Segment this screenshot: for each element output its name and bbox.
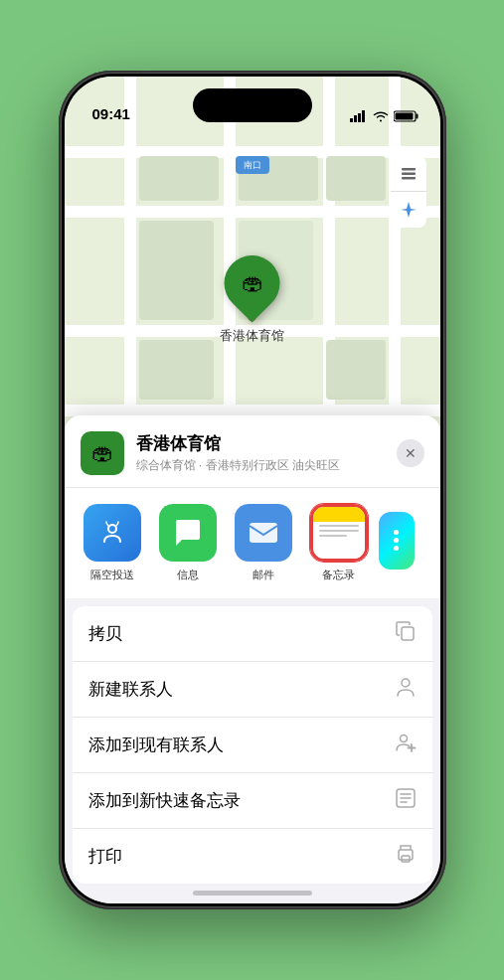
action-new-contact-label: 新建联系人 [88, 678, 173, 701]
mail-label: 邮件 [252, 568, 274, 582]
svg-rect-1 [354, 115, 357, 122]
action-item-add-contact[interactable]: 添加到现有联系人 [73, 718, 432, 773]
messages-icon[interactable] [159, 504, 217, 562]
phone-screen: 09:41 [65, 77, 440, 903]
stadium-pin: 🏟 香港体育馆 [220, 255, 284, 345]
map-block [139, 221, 214, 320]
person-icon [395, 676, 417, 703]
share-item-mail[interactable]: 邮件 [228, 504, 299, 582]
mail-icon[interactable] [235, 504, 292, 562]
svg-rect-5 [416, 114, 418, 119]
action-add-contact-label: 添加到现有联系人 [88, 734, 224, 756]
pin-label: 香港体育馆 [220, 327, 284, 345]
map-label: 南口 [236, 156, 269, 174]
signal-icon [350, 110, 368, 122]
map-controls[interactable] [391, 156, 426, 228]
action-item-copy[interactable]: 拷贝 [73, 606, 432, 662]
stadium-icon: 🏟 [242, 270, 263, 296]
share-item-airdrop[interactable]: 隔空投送 [77, 504, 148, 582]
map-block [326, 340, 386, 400]
venue-subtitle: 综合体育馆 · 香港特别行政区 油尖旺区 [136, 457, 397, 474]
venue-header: 🏟 香港体育馆 综合体育馆 · 香港特别行政区 油尖旺区 ✕ [65, 415, 440, 488]
action-item-new-contact[interactable]: 新建联系人 [73, 662, 432, 718]
svg-rect-12 [402, 627, 414, 640]
bottom-sheet: 🏟 香港体育馆 综合体育馆 · 香港特别行政区 油尖旺区 ✕ [65, 415, 440, 903]
location-button[interactable] [391, 192, 426, 228]
action-item-quick-note[interactable]: 添加到新快速备忘录 [73, 773, 432, 829]
svg-point-13 [402, 679, 410, 687]
action-item-print[interactable]: 打印 [73, 829, 432, 884]
note-icon [395, 787, 417, 814]
notes-icon[interactable] [310, 504, 368, 562]
venue-info: 香港体育馆 综合体育馆 · 香港特别行政区 油尖旺区 [136, 432, 397, 474]
action-quick-note-label: 添加到新快速备忘录 [88, 789, 241, 812]
action-list: 拷贝 新建联系人 [73, 606, 432, 884]
pin-circle: 🏟 [213, 244, 291, 322]
share-row: 隔空投送 信息 [65, 488, 440, 598]
map-label-prefix: 南口 [244, 160, 261, 170]
svg-rect-22 [402, 856, 410, 862]
share-item-more[interactable] [379, 512, 415, 575]
home-indicator [193, 891, 312, 896]
share-item-notes[interactable]: 备忘录 [303, 504, 375, 582]
svg-rect-0 [350, 118, 353, 122]
svg-rect-8 [402, 172, 416, 175]
action-print-label: 打印 [88, 845, 122, 868]
airdrop-label: 隔空投送 [90, 568, 134, 582]
map-layers-button[interactable] [391, 156, 426, 192]
svg-rect-21 [399, 850, 413, 860]
svg-rect-11 [250, 523, 277, 543]
share-item-messages[interactable]: 信息 [152, 504, 224, 582]
svg-rect-6 [395, 113, 413, 120]
status-time: 09:41 [92, 105, 130, 122]
battery-icon [394, 110, 419, 122]
svg-point-14 [400, 735, 407, 742]
close-button[interactable]: ✕ [397, 439, 424, 467]
notes-label: 备忘录 [322, 568, 355, 582]
action-copy-label: 拷贝 [88, 622, 122, 645]
more-icon[interactable] [379, 512, 415, 570]
print-icon [395, 843, 417, 870]
phone-frame: 09:41 [59, 71, 446, 909]
airdrop-icon[interactable] [84, 504, 141, 562]
svg-rect-2 [358, 113, 361, 122]
messages-label: 信息 [177, 568, 199, 582]
map-block [139, 156, 219, 201]
map-block [139, 340, 214, 400]
dynamic-island [193, 88, 312, 122]
person-add-icon [395, 732, 417, 758]
wifi-icon [373, 110, 389, 122]
svg-rect-9 [402, 177, 416, 180]
venue-name: 香港体育馆 [136, 432, 397, 455]
svg-point-10 [108, 525, 116, 533]
copy-icon [395, 620, 417, 647]
svg-rect-3 [362, 110, 365, 122]
venue-icon: 🏟 [81, 431, 124, 475]
map-block [326, 156, 386, 201]
status-icons [350, 110, 419, 122]
svg-rect-7 [402, 168, 416, 171]
map-road [65, 206, 440, 218]
